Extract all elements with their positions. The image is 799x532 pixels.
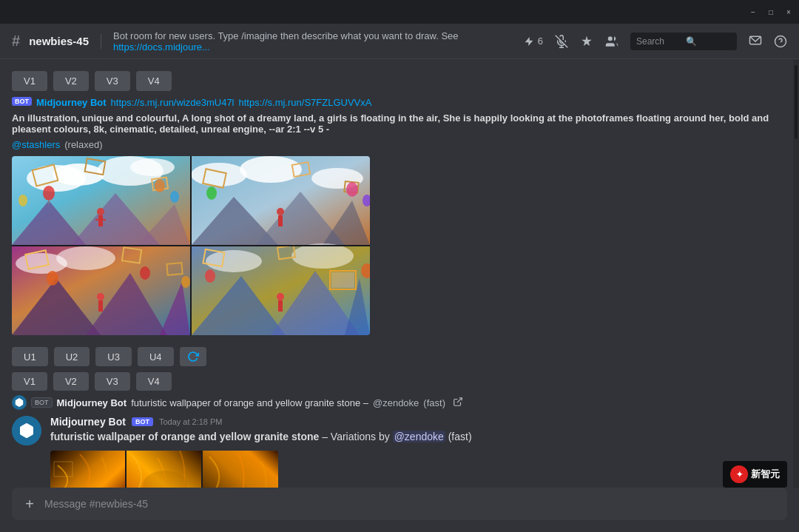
granite-status-inline: (fast): [423, 397, 445, 408]
granite-at-user-inline: @zendoke: [373, 397, 419, 408]
prompt-description: An illustration, unique and colourful, A…: [12, 112, 781, 135]
prompt-status: (relaxed): [64, 139, 102, 150]
upscale-version-buttons: U1 U2 U3 U4 V1 V2 V3 V4: [0, 338, 793, 394]
svg-point-18: [97, 208, 104, 215]
granite-prompt-inline: futuristic wallpaper of orange and yello…: [131, 397, 368, 408]
granite-message-block: Midjourney Bot BOT Today at 2:18 PM futu…: [0, 413, 793, 488]
add-attachment-button[interactable]: +: [21, 495, 38, 513]
svg-point-24: [155, 179, 165, 192]
maximize-button[interactable]: □: [766, 7, 775, 16]
granite-prompt-text: futuristic wallpaper of orange and yello…: [50, 431, 319, 442]
v3-button[interactable]: V3: [95, 372, 130, 391]
svg-rect-19: [98, 215, 103, 226]
minimize-button[interactable]: −: [749, 7, 758, 16]
mj-image-grid[interactable]: [12, 156, 370, 335]
top-v2-button[interactable]: V2: [53, 71, 89, 91]
header-icons: 6 Search 🔍: [523, 33, 787, 50]
granite-status-text: (fast): [448, 431, 472, 442]
granite-at-mention: @zendoke: [393, 431, 445, 442]
prompt-link1[interactable]: https://s.mj.run/wizde3mU47l: [111, 97, 235, 108]
v4-button[interactable]: V4: [136, 372, 172, 391]
inbox-icon[interactable]: [749, 35, 762, 48]
svg-point-11: [130, 158, 175, 176]
u3-button[interactable]: U3: [95, 347, 132, 366]
top-version-buttons: V1 V2 V3 V4: [0, 65, 793, 94]
messages-list: V1 V2 V3 V4 BOT Midjourney Bot https://s…: [0, 59, 793, 488]
prompt-link2[interactable]: https://s.mj.run/S7FZLGUVVxA: [239, 97, 372, 108]
svg-point-44: [56, 246, 115, 270]
watermark-text: 新智元: [751, 468, 780, 481]
top-v3-button[interactable]: V3: [95, 71, 130, 91]
prompt-at-user: @stashlers: [12, 139, 60, 150]
pin-icon[interactable]: [580, 35, 593, 48]
channel-name: newbies-45: [29, 35, 89, 47]
prompt-inline-message: BOT Midjourney Bot https://s.mj.run/wizd…: [0, 94, 793, 338]
v2-button[interactable]: V2: [53, 372, 89, 391]
svg-point-55: [181, 276, 190, 288]
message-timestamp: Today at 2:18 PM: [159, 417, 223, 426]
granite-message-content: Midjourney Bot BOT Today at 2:18 PM futu…: [50, 416, 781, 488]
search-icon: 🔍: [686, 36, 731, 47]
svg-rect-77: [203, 451, 278, 488]
svg-point-22: [43, 186, 55, 201]
u4-button[interactable]: U4: [138, 347, 174, 366]
scrollbar-thumb[interactable]: [795, 65, 798, 139]
svg-point-58: [291, 243, 354, 269]
svg-point-25: [170, 191, 179, 203]
bot-label-inline: BOT: [31, 397, 53, 408]
close-button[interactable]: ×: [784, 7, 793, 16]
bot-badge: BOT: [132, 417, 153, 426]
member-count: 6: [523, 36, 543, 47]
mj-bot-username: Midjourney Bot: [50, 416, 126, 428]
svg-point-54: [140, 266, 150, 280]
u2-button[interactable]: U2: [54, 347, 90, 366]
channel-header: # newbies-45 Bot room for new users. Typ…: [0, 24, 799, 59]
top-v4-button[interactable]: V4: [136, 71, 172, 91]
header-divider: [101, 34, 101, 49]
watermark: ✦ 新智元: [723, 461, 787, 488]
granite-image-grid[interactable]: [50, 451, 278, 488]
u1-button[interactable]: U1: [12, 347, 48, 366]
mj-bot-avatar: [12, 416, 41, 445]
svg-line-72: [457, 397, 462, 402]
channel-hash-icon: #: [12, 33, 20, 50]
svg-point-28: [191, 163, 247, 186]
message-input-container: +: [12, 488, 787, 520]
v1-button[interactable]: V1: [12, 372, 47, 391]
svg-point-68: [205, 269, 215, 283]
svg-point-39: [206, 186, 217, 200]
main-area: V1 V2 V3 V4 BOT Midjourney Bot https://s…: [0, 59, 799, 488]
search-box[interactable]: Search 🔍: [630, 33, 737, 50]
bot-badge-inline: BOT: [12, 97, 32, 106]
refresh-button[interactable]: [180, 347, 206, 366]
svg-point-26: [18, 195, 27, 206]
message-input[interactable]: [44, 498, 778, 510]
top-v1-button[interactable]: V1: [12, 71, 47, 91]
watermark-icon: ✦: [730, 465, 748, 483]
svg-point-3: [608, 36, 613, 41]
svg-rect-65: [331, 272, 354, 288]
scrollbar[interactable]: [793, 59, 799, 488]
avatar-image: [12, 416, 41, 445]
titlebar: − □ ×: [0, 0, 799, 24]
svg-point-9: [53, 164, 104, 186]
svg-rect-38: [278, 215, 283, 226]
bot-inline-header: BOT Midjourney Bot futuristic wallpaper …: [0, 394, 793, 410]
svg-rect-52: [98, 300, 103, 312]
svg-point-40: [346, 182, 358, 197]
docs-link[interactable]: https://docs.midjoure...: [113, 41, 210, 53]
bot-avatar-small: [12, 395, 27, 410]
svg-point-66: [277, 293, 284, 300]
members-icon[interactable]: [605, 35, 618, 48]
svg-rect-67: [278, 300, 283, 312]
svg-point-57: [206, 250, 262, 272]
svg-point-37: [277, 208, 284, 215]
svg-point-51: [97, 293, 104, 300]
midjourney-bot-inline: Midjourney Bot: [36, 97, 107, 108]
message-input-bar: +: [0, 488, 799, 532]
help-icon[interactable]: [774, 35, 787, 48]
mute-icon[interactable]: [555, 35, 568, 48]
external-link-icon[interactable]: [453, 397, 463, 409]
svg-point-53: [47, 271, 58, 286]
version-buttons-row: V1 V2 V3 V4: [12, 372, 781, 391]
